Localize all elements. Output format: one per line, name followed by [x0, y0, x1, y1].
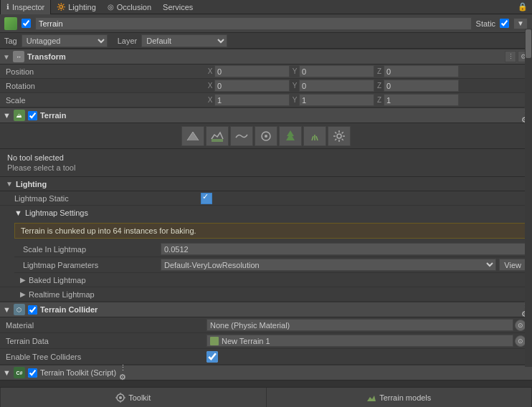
toolkit-banner: TerrainToolkit 2017 [0, 380, 532, 387]
position-y-group: Y 0 [291, 65, 374, 77]
rotation-z-input[interactable]: 0 [384, 80, 459, 92]
svg-point-2 [265, 135, 267, 138]
scale-row: Scale X 1 Y 1 Z 1 [0, 93, 532, 107]
lighting-subsection-header: ▼ Lighting [0, 177, 532, 191]
lightmap-view-btn[interactable]: View [499, 259, 526, 271]
toolkit-collapse-arrow[interactable]: ▼ [3, 368, 11, 377]
object-icon [4, 17, 17, 30]
lighting-sub-arrow[interactable]: ▼ [6, 180, 13, 188]
tab-inspector[interactable]: ℹ Inspector [0, 0, 51, 14]
rotation-y-label: Y [291, 82, 298, 90]
position-x-group: X 0 [206, 65, 290, 77]
lightmap-static-label: Lightmap Static [14, 194, 201, 203]
scale-z-input[interactable]: 1 [384, 94, 459, 106]
lightmap-params-select[interactable]: Default-VeryLowResolution [161, 259, 496, 271]
tool-settings[interactable] [328, 126, 351, 146]
terrain-icon: ⛰ [14, 110, 25, 121]
svg-line-3 [312, 136, 313, 140]
scale-x-input[interactable]: 1 [214, 94, 290, 106]
lightmap-warning: Terrain is chunked up into 64 instances … [14, 223, 526, 239]
bottom-bar: Toolkit Terrain models [0, 387, 532, 407]
lightmap-static-checkbox[interactable] [201, 193, 212, 204]
position-z-group: Z 0 [376, 65, 459, 77]
transform-section-header: ▼ ↔ Transform ⋮ ⚙ [0, 49, 532, 64]
tool-paint-texture[interactable] [255, 126, 277, 146]
realtime-lightmap-arrow[interactable]: ▶ [20, 290, 26, 298]
terrain-title: Terrain [40, 111, 518, 120]
static-checkbox[interactable] [500, 19, 509, 28]
baked-lightmap-arrow[interactable]: ▶ [20, 276, 26, 284]
tool-smooth[interactable] [230, 126, 253, 146]
transform-collapse-arrow[interactable]: ▼ [3, 53, 10, 61]
lightmap-settings-section: ▼ Lightmap Settings Terrain is chunked u… [0, 206, 532, 273]
terrain-enabled-checkbox[interactable] [28, 111, 37, 120]
tab-lighting[interactable]: 🔆 Lighting [51, 0, 102, 14]
terrain-models-bottom-tab[interactable]: Terrain models [267, 388, 533, 408]
tab-services[interactable]: Services [157, 0, 199, 14]
rotation-z-group: Z 0 [376, 80, 459, 92]
rotation-x-group: X 0 [206, 80, 290, 92]
rotation-x-input[interactable]: 0 [214, 80, 290, 92]
tag-layer-row: Tag Untagged Layer Default [0, 33, 532, 49]
tag-label: Tag [4, 37, 17, 45]
scrollbar[interactable] [525, 29, 532, 367]
rotation-y-input[interactable]: 0 [299, 80, 374, 92]
object-name-input[interactable]: Terrain [35, 17, 472, 30]
transform-menu-btn[interactable]: ⋮ [505, 51, 516, 62]
toolkit-title: Terrain Toolkit (Script) [40, 368, 116, 377]
tool-raise-lower[interactable] [181, 126, 204, 146]
scrollbar-thumb[interactable] [526, 29, 531, 58]
inspector-tab-label: Inspector [12, 3, 44, 11]
tool-paint-height[interactable] [206, 126, 229, 146]
position-y-label: Y [291, 67, 298, 75]
toolkit-enabled-checkbox[interactable] [28, 368, 37, 378]
position-row: Position X 0 Y 0 Z 0 [0, 64, 532, 79]
lighting-sub-title: Lighting [16, 180, 47, 188]
scale-label: Scale [6, 96, 206, 105]
rotation-y-group: Y 0 [291, 80, 374, 92]
scale-y-input[interactable]: 1 [299, 94, 374, 106]
svg-line-5 [316, 136, 318, 140]
lock-icon[interactable]: 🔒 [513, 2, 532, 11]
tool-paint-details[interactable] [303, 126, 326, 146]
scale-x-label: X [206, 96, 214, 104]
scale-x-group: X 1 [206, 94, 290, 106]
toolkit-settings-btn[interactable]: ⚙ [119, 373, 127, 382]
toolkit-menu-btn[interactable]: ⋮ [119, 363, 127, 373]
toolkit-bottom-label: Toolkit [128, 393, 151, 402]
lightmap-settings-arrow[interactable]: ▼ [14, 209, 22, 217]
position-z-input[interactable]: 0 [384, 65, 459, 77]
lightmap-params-label: Lightmap Parameters [14, 261, 158, 269]
tab-occlusion[interactable]: ◎ Occlusion [102, 0, 157, 14]
baked-lightmap-label: Baked Lightmap [29, 276, 86, 284]
scale-in-lightmap-input[interactable]: 0.0512 [161, 243, 526, 255]
static-dropdown[interactable]: ▼ [513, 18, 528, 29]
scale-in-lightmap-row: Scale In Lightmap 0.0512 [14, 241, 526, 257]
position-x-label: X [206, 67, 214, 75]
tree-colliders-checkbox[interactable] [206, 351, 218, 363]
header-row: Terrain Static ▼ [0, 14, 532, 33]
collider-enabled-checkbox[interactable] [28, 305, 37, 315]
scale-y-group: Y 1 [291, 94, 374, 106]
terrain-data-value: New Terrain 1 [206, 335, 513, 347]
terrain-collapse-arrow[interactable]: ▼ [3, 111, 11, 120]
terrain-data-row: Terrain Data New Terrain 1 ⊙ [0, 333, 532, 349]
toolkit-bottom-tab[interactable]: Toolkit [0, 388, 267, 408]
no-tool-info: No tool selected Please select a tool [0, 149, 532, 177]
tag-select[interactable]: Untagged [22, 34, 108, 47]
layer-select[interactable]: Default [141, 34, 227, 47]
lighting-tab-icon: 🔆 [57, 3, 65, 11]
material-label: Material [6, 321, 206, 330]
transform-title: Transform [27, 52, 502, 61]
collider-collapse-arrow[interactable]: ▼ [3, 305, 11, 314]
rotation-z-label: Z [376, 82, 383, 90]
object-enabled-checkbox[interactable] [22, 19, 31, 28]
no-tool-title: No tool selected [7, 153, 525, 162]
position-x-input[interactable]: 0 [214, 65, 290, 77]
static-label: Static [476, 19, 496, 28]
terrain-toolbar [0, 123, 532, 149]
terrain-models-icon [366, 393, 376, 403]
rotation-row: Rotation X 0 Y 0 Z 0 [0, 79, 532, 93]
tool-place-trees[interactable] [279, 126, 302, 146]
position-y-input[interactable]: 0 [299, 65, 374, 77]
